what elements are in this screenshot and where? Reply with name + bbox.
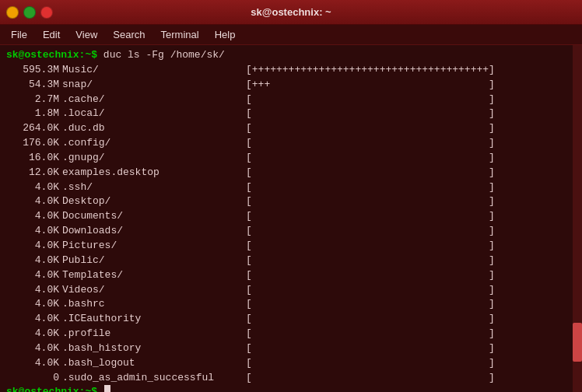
table-row: 4.0K.bash_history[ ] <box>6 341 576 356</box>
terminal[interactable]: sk@ostechnix:~$ duc ls -Fg /home/sk/ 595… <box>0 45 582 392</box>
size-cell: 4.0K <box>6 283 59 298</box>
size-cell: 0 <box>6 371 59 386</box>
menubar: FileEditViewSearchTerminalHelp <box>0 25 582 45</box>
table-row: 16.0K.gnupg/[ ] <box>6 151 576 166</box>
bar-cell: [ ] <box>246 107 495 121</box>
name-cell: Pictures/ <box>59 239 246 254</box>
table-row: 4.0KTemplates/[ ] <box>6 268 576 283</box>
size-cell: 2.7M <box>6 93 59 107</box>
name-cell: .bash_history <box>59 341 246 356</box>
table-row: 4.0KPictures/[ ] <box>6 239 576 254</box>
size-cell: 176.0K <box>6 136 59 151</box>
cursor <box>104 385 110 392</box>
table-row: 4.0K.profile[ ] <box>6 327 576 341</box>
name-cell: examples.desktop <box>59 166 246 180</box>
final-prompt: sk@ostechnix:~$ <box>6 385 103 392</box>
minimize-button[interactable] <box>6 6 19 19</box>
table-row: 4.0KVideos/[ ] <box>6 283 576 298</box>
table-row: 4.0K.bashrc[ ] <box>6 297 576 312</box>
name-cell: .ICEauthority <box>59 312 246 327</box>
final-prompt-line: sk@ostechnix:~$ <box>6 385 576 392</box>
size-cell: 4.0K <box>6 194 59 209</box>
bar-cell: [ ] <box>246 194 495 209</box>
bar-cell: [ ] <box>246 239 495 254</box>
size-cell: 4.0K <box>6 254 59 268</box>
bar-cell: [ ] <box>246 268 495 283</box>
scrollbar[interactable] <box>573 45 582 392</box>
name-cell: .profile <box>59 327 246 341</box>
name-cell: .sudo_as_admin_successful <box>59 371 246 386</box>
bar-cell: [ ] <box>246 151 495 166</box>
bar-cell: [ ] <box>246 166 495 180</box>
name-cell: Desktop/ <box>59 194 246 209</box>
table-row: 2.7M.cache/[ ] <box>6 93 576 107</box>
scrollbar-thumb[interactable] <box>573 323 582 362</box>
table-row: 1.8M.local/[ ] <box>6 107 576 121</box>
table-row: 54.3Msnap/[+++ ] <box>6 78 576 93</box>
bar-cell: [ ] <box>246 356 495 371</box>
menu-item-view[interactable]: View <box>69 27 103 42</box>
maximize-button[interactable] <box>23 6 36 19</box>
menu-item-file[interactable]: File <box>5 27 33 42</box>
table-row: 4.0KDocuments/[ ] <box>6 209 576 224</box>
name-cell: Documents/ <box>59 209 246 224</box>
name-cell: Downloads/ <box>59 224 246 239</box>
name-cell: Public/ <box>59 254 246 268</box>
size-cell: 12.0K <box>6 166 59 180</box>
size-cell: 595.3M <box>6 63 59 78</box>
table-row: 595.3MMusic/[+++++++++++++++++++++++++++… <box>6 63 576 78</box>
name-cell: Templates/ <box>59 268 246 283</box>
bar-cell: [ ] <box>246 371 495 386</box>
menu-item-edit[interactable]: Edit <box>37 27 66 42</box>
bar-cell: [ ] <box>246 341 495 356</box>
name-cell: Videos/ <box>59 283 246 298</box>
table-row: 4.0K.ICEauthority[ ] <box>6 312 576 327</box>
bar-cell: [ ] <box>246 297 495 312</box>
menu-item-search[interactable]: Search <box>107 27 151 42</box>
command-text: duc ls -Fg /home/sk/ <box>103 48 225 63</box>
name-cell: .cache/ <box>59 93 246 107</box>
output-rows: 595.3MMusic/[+++++++++++++++++++++++++++… <box>6 63 576 386</box>
size-cell: 4.0K <box>6 356 59 371</box>
name-cell: .ssh/ <box>59 180 246 195</box>
name-cell: .bash_logout <box>59 356 246 371</box>
table-row: 264.0K.duc.db[ ] <box>6 121 576 136</box>
bar-cell: [ ] <box>246 224 495 239</box>
size-cell: 264.0K <box>6 121 59 136</box>
bar-cell: [ ] <box>246 136 495 151</box>
table-row: 4.0KDownloads/[ ] <box>6 224 576 239</box>
size-cell: 4.0K <box>6 180 59 195</box>
window-controls[interactable] <box>6 6 53 19</box>
bar-cell: [ ] <box>246 254 495 268</box>
close-button[interactable] <box>40 6 53 19</box>
size-cell: 4.0K <box>6 239 59 254</box>
prompt1: sk@ostechnix:~$ <box>6 48 103 63</box>
name-cell: .config/ <box>59 136 246 151</box>
size-cell: 1.8M <box>6 107 59 121</box>
menu-item-terminal[interactable]: Terminal <box>155 27 205 42</box>
size-cell: 4.0K <box>6 209 59 224</box>
bar-cell: [ ] <box>246 121 495 136</box>
name-cell: .duc.db <box>59 121 246 136</box>
titlebar: sk@ostechnix: ~ <box>0 0 582 25</box>
name-cell: Music/ <box>59 63 246 78</box>
table-row: 0.sudo_as_admin_successful[ ] <box>6 371 576 386</box>
table-row: 4.0K.ssh/[ ] <box>6 180 576 195</box>
size-cell: 16.0K <box>6 151 59 166</box>
bar-cell: [ ] <box>246 93 495 107</box>
size-cell: 4.0K <box>6 327 59 341</box>
window-title: sk@ostechnix: ~ <box>53 6 529 18</box>
bar-cell: [ ] <box>246 327 495 341</box>
bar-cell: [ ] <box>246 312 495 327</box>
name-cell: snap/ <box>59 78 246 93</box>
table-row: 4.0KPublic/[ ] <box>6 254 576 268</box>
size-cell: 4.0K <box>6 297 59 312</box>
name-cell: .bashrc <box>59 297 246 312</box>
table-row: 4.0K.bash_logout[ ] <box>6 356 576 371</box>
size-cell: 54.3M <box>6 78 59 93</box>
size-cell: 4.0K <box>6 341 59 356</box>
bar-cell: [ ] <box>246 180 495 195</box>
bar-cell: [+++++++++++++++++++++++++++++++++++++++… <box>246 63 495 78</box>
menu-item-help[interactable]: Help <box>209 27 242 42</box>
size-cell: 4.0K <box>6 268 59 283</box>
